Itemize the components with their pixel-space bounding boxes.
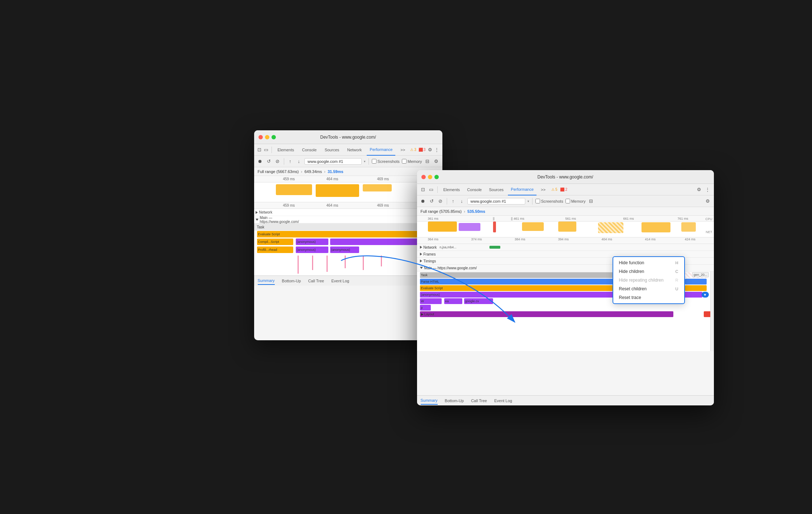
back-sep1 — [272, 147, 272, 153]
front-mid-tick6: 414 ms — [645, 237, 656, 241]
front-mid-tick1: 364 ms — [428, 237, 439, 241]
front-screenshots-check[interactable]: Screenshots — [535, 199, 563, 203]
front-expand-button[interactable]: ▼ — [702, 292, 709, 298]
front-record-icon[interactable]: ⏺ — [420, 198, 426, 205]
back-url-chevron[interactable]: ▾ — [364, 160, 366, 163]
front-w-block[interactable]: W — [420, 298, 442, 304]
front-evaluate-ext — [685, 285, 707, 291]
back-pink6 — [381, 256, 382, 266]
back-reload-icon[interactable]: ↺ — [266, 158, 272, 165]
ctx-hide-children[interactable]: Hide children C — [613, 267, 684, 276]
front-ea-block[interactable]: ea — [444, 298, 462, 304]
front-mid-tick2: 374 ms — [471, 237, 482, 241]
front-summary-tab[interactable]: Summary — [421, 397, 438, 405]
front-network-label: Network — [424, 245, 437, 249]
back-bottomup-tab[interactable]: Bottom-Up — [282, 277, 301, 285]
back-screenshots-check[interactable]: Screenshots — [372, 159, 400, 164]
front-url[interactable]: www.google.com #1 — [467, 198, 525, 205]
back-tab-network[interactable]: Network — [344, 144, 365, 156]
front-clear-icon[interactable]: ⊘ — [437, 198, 444, 205]
ctx-reset-trace[interactable]: Reset trace — [613, 293, 684, 302]
back-cpu-blob2 — [316, 184, 359, 197]
back-settings2-icon[interactable]: ⚙ — [433, 158, 439, 165]
back-more-tabs[interactable]: >> — [397, 144, 408, 156]
back-maximize-button[interactable] — [272, 135, 276, 139]
back-settings-icon[interactable]: ⚙ — [428, 147, 432, 153]
back-main-expand[interactable] — [256, 219, 258, 221]
back-memory-check[interactable]: Memory — [402, 159, 422, 164]
front-settings-icon[interactable]: ⚙ — [696, 186, 702, 193]
back-summary-tab[interactable]: Summary — [258, 277, 275, 285]
back-eventlog-tab[interactable]: Event Log — [331, 277, 349, 285]
front-more-tabs[interactable]: >> — [538, 184, 548, 195]
back-clear-icon[interactable]: ⊘ — [274, 158, 281, 165]
ctx-reset-children[interactable]: Reset children U — [613, 285, 684, 293]
back-pink2 — [312, 256, 313, 270]
front-timings-expand[interactable] — [420, 260, 422, 262]
back-calltree-tab[interactable]: Call Tree — [308, 277, 324, 285]
back-profil-row: Profili...rhead (anonymous) (anonymous) — [254, 246, 442, 254]
back-anon1-block[interactable]: (anonymous) — [296, 239, 328, 245]
front-screenshots-input[interactable] — [535, 199, 540, 203]
back-screenshots-input[interactable] — [372, 159, 376, 164]
back-url[interactable]: www.google.com #1 — [304, 158, 362, 165]
front-device-icon[interactable]: ▭ — [428, 186, 434, 193]
front-frames-label: Frames — [424, 252, 436, 256]
front-bottomup-tab[interactable]: Bottom-Up — [445, 397, 464, 404]
front-cpu-blob2 — [459, 223, 480, 231]
back-inspect-icon[interactable]: ⊡ — [257, 147, 262, 153]
front-tab-performance[interactable]: Performance — [508, 184, 537, 195]
front-expand-icon: ▼ — [703, 293, 707, 297]
front-main-expand[interactable] — [420, 267, 423, 269]
back-tab-sources[interactable]: Sources — [322, 144, 342, 156]
front-network-expand[interactable] — [420, 246, 422, 249]
back-upload-icon[interactable]: ↑ — [287, 158, 294, 165]
back-anon2-block[interactable] — [330, 239, 421, 245]
back-tab-performance[interactable]: Performance — [367, 144, 395, 156]
front-memory-check[interactable]: Memory — [565, 199, 586, 203]
front-maximize-button[interactable] — [434, 175, 439, 179]
front-scrollbar[interactable] — [710, 271, 714, 351]
back-network-expand[interactable] — [256, 211, 258, 214]
back-tab-elements[interactable]: Elements — [274, 144, 297, 156]
front-url-chevron[interactable]: ▾ — [527, 199, 529, 203]
front-inspect-icon[interactable]: ⊡ — [420, 186, 426, 193]
front-layout-block[interactable]: ▶ Layout — [420, 311, 673, 317]
back-evaluate-block[interactable]: Evaluate Script — [257, 231, 431, 237]
front-upload-icon[interactable]: ↑ — [450, 198, 457, 205]
back-tick2: 464 ms — [327, 177, 338, 181]
back-download-icon[interactable]: ↓ — [296, 158, 302, 165]
back-profil-block[interactable]: Profili...rhead — [257, 247, 293, 253]
front-download-icon[interactable]: ↓ — [459, 198, 465, 205]
back-record-icon[interactable]: ⏺ — [257, 158, 264, 165]
front-p-block[interactable]: p — [420, 305, 431, 311]
front-calltree-tab[interactable]: Call Tree — [471, 397, 487, 404]
front-tab-sources[interactable]: Sources — [486, 184, 506, 195]
front-googlecv-block[interactable]: google.cv — [464, 298, 493, 304]
back-memory-input[interactable] — [402, 159, 407, 164]
front-tab-elements[interactable]: Elements — [441, 184, 463, 195]
back-cpu-throttle-icon[interactable]: ⊟ — [424, 158, 431, 165]
back-tab-console[interactable]: Console — [299, 144, 319, 156]
ctx-hide-function[interactable]: Hide function H — [613, 258, 684, 267]
back-minimize-button[interactable] — [265, 135, 269, 139]
back-range-arrow1: › — [301, 169, 302, 174]
back-tick3: 469 ms — [377, 177, 389, 181]
front-minimize-button[interactable] — [428, 175, 432, 179]
back-more-icon[interactable]: ⋮ — [434, 147, 439, 153]
front-close-button[interactable] — [421, 175, 426, 179]
front-memory-input[interactable] — [565, 199, 570, 203]
front-frames-expand[interactable] — [420, 253, 422, 256]
front-cpu-icon[interactable]: ⊟ — [588, 198, 594, 205]
back-profil-anon2[interactable]: (anonymous) — [330, 247, 359, 253]
back-compil-block[interactable]: Compil...Script — [257, 239, 293, 245]
front-more-icon[interactable]: ⋮ — [704, 186, 711, 193]
back-device-icon[interactable]: ▭ — [264, 147, 269, 153]
back-close-button[interactable] — [258, 135, 263, 139]
front-eventlog-tab[interactable]: Event Log — [494, 397, 512, 404]
front-settings2-icon[interactable]: ⚙ — [704, 198, 711, 205]
front-reload-icon[interactable]: ↺ — [429, 198, 435, 205]
back-profil-anon1[interactable]: (anonymous) — [296, 247, 328, 253]
front-w-label: W — [421, 299, 424, 303]
front-tab-console[interactable]: Console — [464, 184, 484, 195]
